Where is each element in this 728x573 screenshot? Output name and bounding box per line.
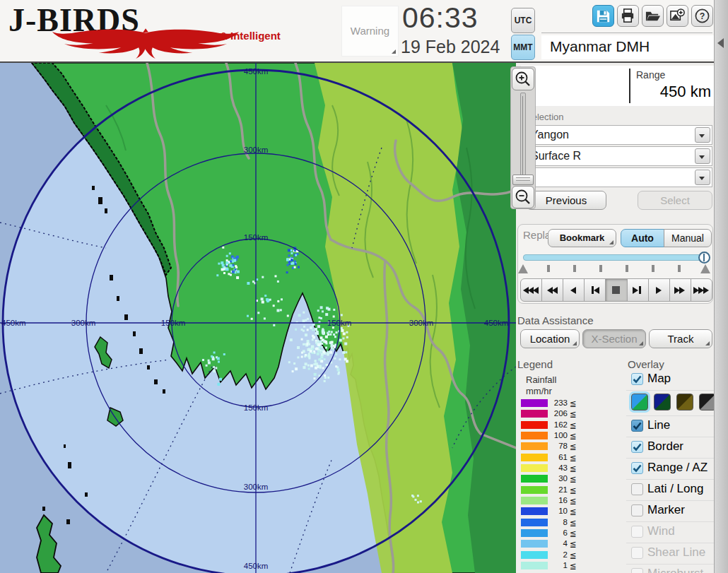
overlay-item-label: Map [647, 372, 671, 386]
overlay-row-map: Map [626, 370, 714, 391]
dropdown-arrow-icon[interactable] [695, 170, 710, 185]
magnifier-plus-icon [515, 71, 532, 88]
step-forward-button[interactable] [627, 278, 649, 302]
site-dropdown[interactable]: Yangon [523, 125, 712, 145]
warning-button[interactable]: Warning [341, 6, 399, 57]
map-style-swatch-3[interactable] [676, 394, 693, 410]
ring-label: 300km [409, 319, 434, 327]
radar-map[interactable]: 450km 300km 150km 150km 300km 450km 450k… [0, 63, 516, 573]
printer-icon [620, 8, 636, 24]
overlay-checkbox [631, 526, 643, 538]
option-dropdown[interactable] [523, 167, 712, 187]
svg-text:?: ? [700, 11, 705, 21]
legend-operator: ≦ [570, 539, 577, 549]
overlay-list: MapLineBorderRange / AZLati / LongMarker… [626, 370, 714, 573]
forward-fast-button[interactable] [691, 278, 712, 302]
previous-button[interactable]: Previous [526, 191, 606, 210]
overlay-item-label: Range / AZ [647, 461, 708, 475]
rew3-icon [533, 287, 539, 294]
overlay-checkbox[interactable] [631, 441, 643, 453]
check-icon [633, 443, 642, 451]
legend-operator: ≦ [570, 442, 577, 451]
bookmark-button[interactable]: Bookmark [548, 229, 616, 247]
select-button[interactable]: Select [638, 191, 712, 210]
legend-value: 162 [548, 420, 568, 429]
legend-value: 100 [548, 431, 568, 439]
track-button[interactable]: Track [649, 329, 712, 348]
legend-color-swatch [521, 486, 548, 494]
x-section-button[interactable]: X-Section [582, 329, 646, 348]
slider-tick [626, 265, 628, 272]
data-assistance-label: Data Assistance [517, 314, 594, 326]
stop-button[interactable] [605, 278, 627, 302]
zoom-slider-thumb[interactable] [512, 175, 534, 185]
legend-color-swatch [521, 529, 548, 537]
legend-row: 162≦ [521, 420, 585, 431]
play-button[interactable] [648, 278, 670, 302]
ring-label: 450km [244, 67, 269, 76]
overlay-checkbox[interactable] [631, 504, 643, 516]
dropdown-arrow-icon[interactable] [695, 148, 710, 164]
rewind-button[interactable] [541, 278, 563, 302]
play-reverse-button[interactable] [563, 278, 585, 302]
stepfwd-icon [633, 287, 638, 294]
fwd2-icon [679, 287, 685, 294]
legend-value: 8 [548, 518, 568, 526]
legend-color-swatch [521, 442, 548, 450]
legend-value: 78 [548, 442, 568, 450]
ring-label: 150km [244, 233, 269, 242]
x-section-label: X-Section [591, 333, 637, 345]
utc-button[interactable]: UTC [511, 8, 535, 33]
mmt-button[interactable]: MMT [511, 35, 535, 60]
collapse-panel-icon[interactable] [717, 38, 724, 48]
zoom-slider-track[interactable] [520, 93, 526, 184]
location-button[interactable]: Location [520, 329, 580, 348]
product-dropdown[interactable]: Surface R [523, 146, 712, 166]
print-button[interactable] [617, 5, 639, 27]
step-back-button[interactable] [584, 278, 606, 302]
auto-button[interactable]: Auto [621, 229, 664, 247]
map-zoom-control [510, 66, 536, 209]
legend-row: 78≦ [521, 442, 585, 452]
save-button[interactable] [592, 5, 614, 27]
stepfwd-icon [639, 286, 641, 294]
help-button[interactable]: ? [691, 5, 713, 27]
slider-start-marker[interactable] [518, 264, 528, 273]
manual-button[interactable]: Manual [664, 229, 712, 247]
dropdown-arrow-icon[interactable] [695, 127, 710, 143]
overlay-checkbox[interactable] [631, 373, 643, 385]
check-icon [633, 422, 642, 430]
track-label: Track [668, 333, 694, 345]
overlay-item-label: Border [647, 439, 683, 454]
open-button[interactable] [642, 5, 664, 27]
product-dropdown-value: Surface R [531, 150, 581, 163]
zoom-out-button[interactable] [512, 186, 534, 208]
radar-map-canvas: 450km 300km 150km 150km 300km 450km 450k… [0, 63, 516, 573]
map-style-swatch-2[interactable] [654, 394, 671, 410]
slider-tick [573, 265, 576, 272]
capture-button[interactable] [667, 5, 688, 27]
slider-end-marker[interactable] [700, 264, 710, 273]
overlay-checkbox[interactable] [631, 420, 643, 432]
legend-operator: ≦ [570, 474, 577, 484]
station-name: Myanmar DMH [550, 38, 714, 55]
zoom-in-button[interactable] [512, 68, 534, 90]
range-label: Range [636, 69, 665, 81]
legend-color-swatch [521, 507, 548, 515]
legend-value: 21 [548, 485, 568, 494]
legend-row: 10≦ [521, 507, 585, 517]
map-style-swatch-1[interactable] [631, 394, 648, 410]
ring-label: 150km [327, 319, 352, 327]
question-icon: ? [694, 8, 710, 24]
legend-value: 2 [548, 550, 568, 559]
overlay-row-border: Border [626, 437, 714, 459]
overlay-checkbox[interactable] [631, 462, 643, 474]
legend-color-swatch [521, 497, 548, 504]
forward-button[interactable] [669, 278, 691, 302]
replay-slider-handle[interactable] [698, 252, 710, 264]
legend-operator: ≦ [570, 518, 577, 528]
overlay-checkbox[interactable] [631, 483, 643, 495]
legend-color-swatch [521, 432, 548, 439]
rewind-fast-button[interactable] [520, 278, 542, 302]
replay-slider-track[interactable] [523, 254, 705, 261]
